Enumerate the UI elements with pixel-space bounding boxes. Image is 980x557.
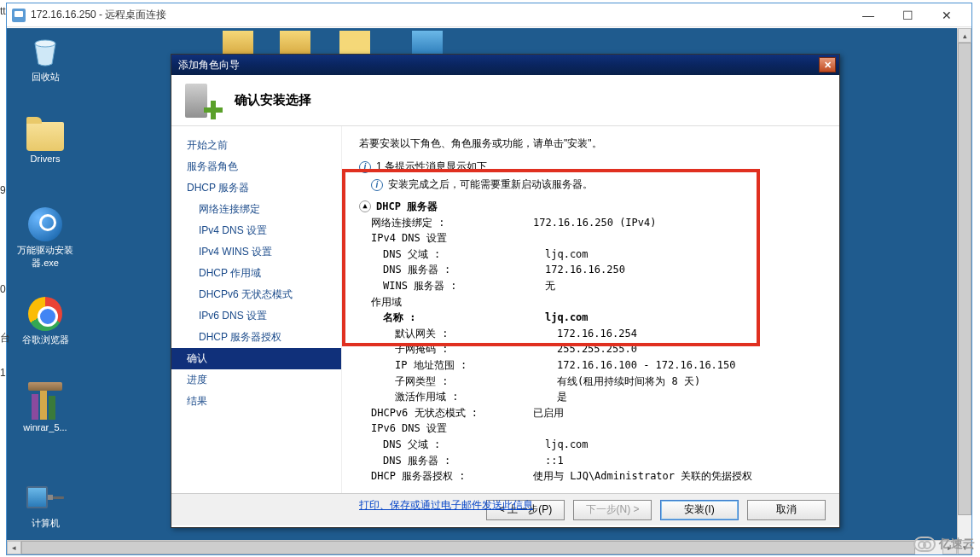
scroll-thumb[interactable] <box>21 541 915 554</box>
svg-point-0 <box>35 40 55 47</box>
k: 子网类型 : <box>395 374 557 390</box>
edge-text: 0 <box>0 283 6 295</box>
k: 默认网关 : <box>395 326 557 342</box>
rdp-titlebar[interactable]: 172.16.16.250 - 远程桌面连接 — ☐ ✕ <box>7 3 971 27</box>
exe1-label: 万能驱动安装器.exe <box>15 244 75 270</box>
edge-text: 1 <box>0 367 6 379</box>
scroll-thumb[interactable] <box>958 43 971 515</box>
chrome-label: 谷歌浏览器 <box>15 334 75 346</box>
computer-icon[interactable]: 计算机 <box>15 480 75 530</box>
scroll-up-icon[interactable]: ▴ <box>958 28 971 43</box>
taskbar-icon[interactable] <box>223 31 253 56</box>
nav-netbind[interactable]: 网络连接绑定 <box>171 199 341 220</box>
k: DHCPv6 无状态模式 : <box>371 405 533 421</box>
nav-roles[interactable]: 服务器角色 <box>171 156 341 177</box>
taskbar-icon[interactable] <box>280 31 310 56</box>
wizard-title: 添加角色向导 <box>175 58 819 73</box>
subhead: 作用域 <box>359 294 822 310</box>
wizard-close-button[interactable]: ✕ <box>819 57 836 73</box>
k: 网络连接绑定 : <box>371 215 533 231</box>
v: 使用与 LJQ\Administrator 关联的凭据授权 <box>533 468 822 484</box>
watermark-text: 亿速云 <box>939 537 975 552</box>
nav-progress[interactable]: 进度 <box>171 369 341 391</box>
warn-message: i 安装完成之后，可能需要重新启动该服务器。 <box>371 177 822 192</box>
v: ::1 <box>545 453 822 469</box>
edge-text: 9 <box>0 184 6 196</box>
info-message: i 1 条提示性消息显示如下 <box>359 160 822 174</box>
edge-text: tt <box>0 5 6 17</box>
v: ljq.com <box>545 437 822 453</box>
add-roles-wizard: 添加角色向导 ✕ 确认安装选择 开始之前 服务器角色 DHCP 服务器 网络连接… <box>171 54 840 528</box>
wizard-titlebar[interactable]: 添加角色向导 ✕ <box>171 55 839 75</box>
k: 子网掩码 : <box>395 341 557 357</box>
nav-ipv4wins[interactable]: IPv4 WINS 设置 <box>171 241 341 263</box>
print-save-link[interactable]: 打印、保存或通过电子邮件发送此信息 <box>359 498 533 513</box>
nav-ipv6dns[interactable]: IPv6 DNS 设置 <box>171 305 341 327</box>
drivers-folder-icon[interactable]: Drivers <box>15 122 75 164</box>
horizontal-scrollbar[interactable]: ◂ ▸ <box>7 540 957 554</box>
k: DNS 父域 : <box>383 247 545 263</box>
v: 172.16.16.250 (IPv4) <box>533 215 822 231</box>
k: DNS 服务器 : <box>383 262 545 278</box>
recycle-label: 回收站 <box>15 71 75 84</box>
v: 172.16.16.100 - 172.16.16.150 <box>557 357 822 374</box>
chrome-icon[interactable]: 谷歌浏览器 <box>15 297 75 346</box>
v: 255.255.255.0 <box>557 341 822 357</box>
nav-ipv4dns[interactable]: IPv4 DNS 设置 <box>171 220 341 241</box>
wizard-nav: 开始之前 服务器角色 DHCP 服务器 网络连接绑定 IPv4 DNS 设置 I… <box>171 126 342 493</box>
nav-before[interactable]: 开始之前 <box>171 135 341 156</box>
wizard-heading: 确认安装选择 <box>235 92 311 108</box>
nav-scope[interactable]: DHCP 作用域 <box>171 263 341 284</box>
warn-text: 安装完成之后，可能需要重新启动该服务器。 <box>388 177 593 192</box>
summary-area: ▲ DHCP 服务器 网络连接绑定 :172.16.16.250 (IPv4) … <box>359 199 822 484</box>
info-icon: i <box>359 161 371 173</box>
nav-confirm[interactable]: 确认 <box>171 348 341 369</box>
watermark: 亿速云 <box>913 537 975 552</box>
rdp-window: 172.16.16.250 - 远程桌面连接 — ☐ ✕ 回收站 Drivers… <box>6 3 972 555</box>
window-controls: — ☐ ✕ <box>849 5 966 26</box>
section-label: DHCP 服务器 <box>376 199 438 215</box>
nav-auth[interactable]: DHCP 服务器授权 <box>171 327 341 348</box>
scroll-left-icon[interactable]: ◂ <box>7 541 21 554</box>
info-text: 1 条提示性消息显示如下 <box>376 160 487 174</box>
v: 已启用 <box>533 405 822 421</box>
remote-desktop: 回收站 Drivers 万能驱动安装器.exe 谷歌浏览器 winrar_5..… <box>7 28 971 540</box>
winrar-label: winrar_5... <box>15 422 75 432</box>
recycle-bin-icon[interactable]: 回收站 <box>15 32 75 84</box>
k: 名称 : <box>383 310 545 326</box>
driver-installer-icon[interactable]: 万能驱动安装器.exe <box>15 207 75 270</box>
v: ljq.com <box>545 310 822 326</box>
v: 172.16.16.250 <box>545 262 822 278</box>
taskbar-icon[interactable] <box>339 31 370 56</box>
watermark-icon <box>913 537 936 552</box>
intro-text: 若要安装以下角色、角色服务或功能，请单击"安装"。 <box>359 136 822 151</box>
v: 无 <box>545 278 822 294</box>
vertical-scrollbar[interactable]: ▴ ▾ <box>957 28 971 554</box>
nav-v6stateless[interactable]: DHCPv6 无状态模式 <box>171 284 341 305</box>
k: DNS 父域 : <box>383 437 545 453</box>
v: 是 <box>557 389 822 405</box>
collapse-icon[interactable]: ▲ <box>359 200 371 212</box>
taskbar-icon[interactable] <box>412 31 443 56</box>
info-icon: i <box>371 179 383 191</box>
minimize-button[interactable]: — <box>849 5 888 26</box>
winrar-icon[interactable]: winrar_5... <box>15 382 75 432</box>
nav-result[interactable]: 结果 <box>171 391 341 412</box>
subhead: IPv6 DNS 设置 <box>359 421 822 437</box>
v: 172.16.16.254 <box>557 326 822 342</box>
edge-text: 台 <box>0 331 10 345</box>
nav-dhcp[interactable]: DHCP 服务器 <box>171 177 341 199</box>
section-dhcp[interactable]: ▲ DHCP 服务器 <box>359 199 822 215</box>
subhead: IPv4 DNS 设置 <box>359 230 822 247</box>
k: DNS 服务器 : <box>383 453 545 469</box>
wizard-content: 若要安装以下角色、角色服务或功能，请单击"安装"。 i 1 条提示性消息显示如下… <box>342 126 839 493</box>
maximize-button[interactable]: ☐ <box>888 5 927 26</box>
v: 有线(租用持续时间将为 8 天) <box>557 374 822 390</box>
v: ljq.com <box>545 247 822 263</box>
k: WINS 服务器 : <box>383 278 545 294</box>
rdp-title: 172.16.16.250 - 远程桌面连接 <box>31 8 849 22</box>
wizard-icon <box>185 82 223 119</box>
rdp-icon <box>12 9 26 22</box>
k: 激活作用域 : <box>395 389 557 405</box>
close-button[interactable]: ✕ <box>927 5 966 26</box>
